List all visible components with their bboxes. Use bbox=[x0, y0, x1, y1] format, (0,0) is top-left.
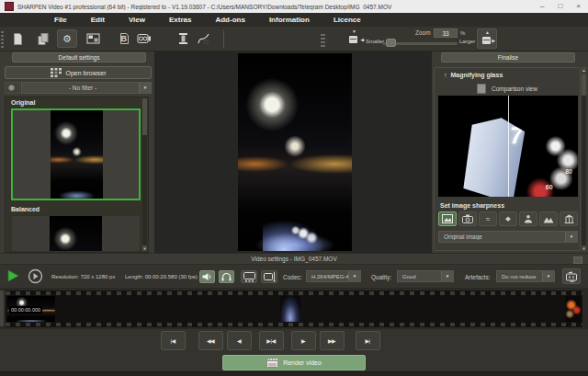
zoom-out-button[interactable]: ▼ ◀ bbox=[345, 29, 364, 48]
menu-information[interactable]: Information bbox=[257, 16, 322, 24]
comparison-checkbox[interactable] bbox=[477, 84, 486, 94]
quality-dropdown[interactable]: Good ▼ bbox=[397, 270, 454, 282]
zoom-slider-thumb[interactable] bbox=[386, 39, 396, 47]
menu-extras[interactable]: Extras bbox=[157, 16, 203, 24]
menu-licence[interactable]: Licence bbox=[322, 16, 373, 24]
sharpness-original-button[interactable] bbox=[438, 211, 457, 226]
sharpness-soft-button[interactable]: ≈ bbox=[479, 211, 497, 226]
audio-toggle-button[interactable] bbox=[199, 270, 215, 283]
curve-grid-icon bbox=[197, 32, 210, 45]
panel-scrollbar-thumb[interactable] bbox=[582, 74, 586, 96]
menu-addons[interactable]: Add-ons bbox=[203, 16, 256, 24]
headphones-button[interactable] bbox=[219, 270, 234, 283]
headphones-icon bbox=[221, 272, 232, 281]
zoom-group-grip[interactable] bbox=[321, 32, 325, 47]
presets-panel: Default settings Open browser - No filte… bbox=[2, 51, 154, 253]
batch-processing-button[interactable]: B bbox=[114, 29, 134, 48]
chevron-down-icon: ▼ bbox=[542, 271, 554, 281]
filter-value: - No filter - bbox=[22, 85, 139, 91]
close-button[interactable]: × bbox=[576, 3, 581, 10]
preset-scrollbar-thumb[interactable] bbox=[142, 98, 147, 135]
filmstrip[interactable]: 00:00:00.000 bbox=[6, 291, 582, 327]
sharpness-landscape-button[interactable] bbox=[539, 211, 558, 226]
magnifier-title: Magnifying glass bbox=[451, 72, 503, 78]
preset-browser: Original Balanced ▼ bbox=[5, 97, 149, 253]
sharpness-architecture-button[interactable] bbox=[560, 211, 578, 226]
preview-play-button[interactable] bbox=[28, 268, 46, 285]
browser-mode-button[interactable] bbox=[83, 29, 103, 48]
app-icon bbox=[5, 2, 14, 11]
settings-mode-button[interactable]: ⚙ bbox=[57, 29, 77, 48]
scroll-down-button[interactable]: ▼ bbox=[582, 245, 586, 251]
triangle-right-icon: ▶ bbox=[492, 39, 495, 43]
collapse-arrow-icon: ↑ bbox=[444, 72, 447, 78]
filmstrip-view-button[interactable] bbox=[241, 270, 257, 283]
step-back-button[interactable]: ◀ bbox=[227, 331, 252, 350]
timeline-grip[interactable] bbox=[0, 291, 4, 326]
scroll-down-button[interactable]: ▼ bbox=[142, 245, 147, 251]
finalise-button[interactable]: Finalise bbox=[441, 52, 575, 63]
speed-mark-60: 60 bbox=[546, 184, 553, 190]
fullscreen-preview-button[interactable] bbox=[261, 270, 277, 283]
play-forward-button[interactable]: ▶ bbox=[291, 331, 316, 350]
building-icon bbox=[564, 214, 574, 223]
menu-edit[interactable]: Edit bbox=[79, 16, 117, 24]
collage-icon bbox=[86, 32, 100, 45]
film-icon bbox=[573, 256, 582, 264]
pillar-icon bbox=[178, 32, 188, 45]
panel-scrollbar[interactable]: ▲ ▼ bbox=[582, 67, 586, 251]
sharpness-portrait-button[interactable] bbox=[519, 211, 537, 226]
toolbar-grip[interactable] bbox=[1, 30, 4, 48]
menu-file[interactable]: File bbox=[42, 16, 79, 24]
menu-view[interactable]: View bbox=[117, 16, 157, 24]
fast-forward-button[interactable]: ▶▶ bbox=[320, 331, 345, 350]
sharpness-source-value: Original image bbox=[439, 234, 565, 240]
zoom-value[interactable]: 33 bbox=[434, 28, 458, 38]
preset-thumbnail-balanced[interactable] bbox=[11, 215, 141, 252]
artefacts-value: Do not reduce bbox=[497, 274, 542, 279]
new-project-button[interactable] bbox=[7, 29, 28, 48]
codec-dropdown[interactable]: H.264/MPEG-4 ▼ bbox=[306, 270, 361, 282]
resolution-label: Resolution: 720 x 1280 px bbox=[51, 274, 115, 279]
frame-export-button[interactable] bbox=[562, 268, 581, 284]
camera-settings-button[interactable] bbox=[134, 29, 154, 48]
batch-icon: B bbox=[119, 32, 130, 45]
sharpness-photo-button[interactable] bbox=[458, 211, 477, 226]
curves-button[interactable] bbox=[193, 29, 213, 48]
play-button[interactable] bbox=[6, 268, 26, 285]
fast-rewind-button[interactable]: ◀◀ bbox=[198, 331, 223, 350]
magnifier-preview[interactable]: 7 60 80 bbox=[438, 96, 578, 197]
preview-area bbox=[154, 51, 432, 253]
preset-scrollbar[interactable] bbox=[142, 98, 147, 245]
gem-icon: ◆ bbox=[505, 215, 510, 222]
preset-thumbnail-original[interactable] bbox=[11, 108, 141, 200]
render-video-button[interactable]: Render video bbox=[222, 355, 366, 370]
menubar: File Edit View Extras Add-ons Informatio… bbox=[0, 13, 588, 27]
comparison-divider[interactable] bbox=[508, 96, 509, 197]
video-settings-title: Video settings - IMG_0457.MOV bbox=[251, 256, 336, 262]
copy-icon bbox=[37, 32, 50, 46]
open-browser-button[interactable]: Open browser bbox=[5, 66, 152, 79]
filter-icon-button[interactable] bbox=[5, 82, 20, 94]
jump-to-end-button[interactable]: ▶| bbox=[356, 331, 380, 350]
codec-label: Codec: bbox=[283, 274, 302, 280]
copy-settings-button[interactable] bbox=[33, 29, 53, 48]
toolbar: ⚙ B ▼ ◀ Smaller Zoom 33 bbox=[0, 27, 588, 51]
column-view-button[interactable] bbox=[173, 29, 193, 48]
filter-dropdown[interactable]: - No filter - ▼ bbox=[21, 82, 152, 94]
jump-to-start-button[interactable]: |◀ bbox=[161, 331, 186, 350]
sharpness-source-dropdown[interactable]: Original image ▼ bbox=[438, 231, 578, 243]
maximize-button[interactable]: □ bbox=[558, 3, 562, 10]
sharpness-jewelry-button[interactable]: ◆ bbox=[499, 211, 517, 226]
timeline-frame-middle[interactable] bbox=[280, 296, 300, 322]
default-settings-button[interactable]: Default settings bbox=[12, 52, 146, 63]
zoom-in-button[interactable]: ▲ ▶ bbox=[477, 28, 497, 49]
timeline-frame-end[interactable] bbox=[565, 296, 581, 322]
play-to-cursor-button[interactable]: ▶|◀ bbox=[259, 331, 284, 350]
video-preview[interactable] bbox=[238, 53, 352, 251]
artefacts-dropdown[interactable]: Do not reduce ▼ bbox=[496, 270, 555, 282]
minimize-button[interactable]: – bbox=[540, 3, 544, 10]
preset-original-image bbox=[51, 110, 103, 199]
scroll-up-button[interactable]: ▲ bbox=[582, 67, 586, 73]
magnifier-header[interactable]: ↑ Magnifying glass bbox=[444, 72, 503, 78]
